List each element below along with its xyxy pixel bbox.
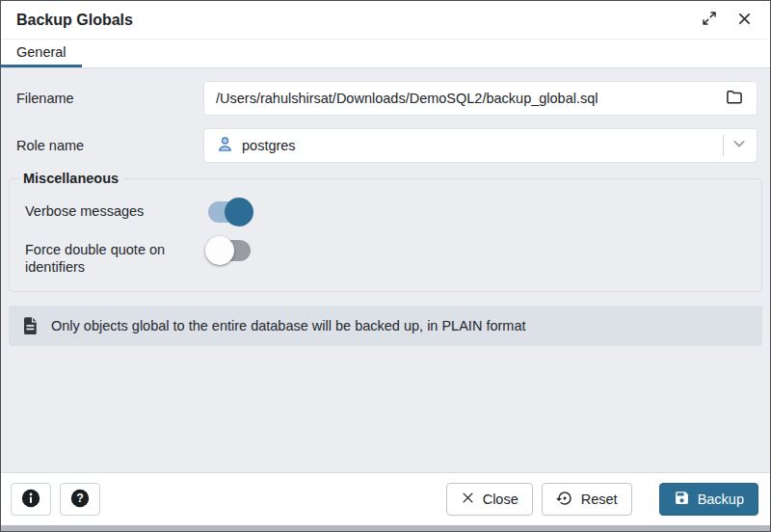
dialog-footer: ? Close Reset bbox=[1, 472, 770, 525]
toggle-knob bbox=[225, 198, 253, 226]
info-note: Only objects global to the entire databa… bbox=[9, 306, 762, 346]
backup-save-icon bbox=[674, 490, 690, 509]
filename-row: Filename bbox=[16, 81, 758, 116]
toggle-knob bbox=[205, 236, 234, 265]
help-icon: ? bbox=[69, 488, 91, 512]
role-label: Role name bbox=[16, 138, 203, 153]
dialog-content: Filename Role name bbox=[1, 68, 770, 472]
tab-general-label: General bbox=[16, 44, 66, 60]
filename-input[interactable] bbox=[206, 91, 720, 106]
force-double-quote-row: Force double quote on identifiers bbox=[25, 236, 754, 276]
close-button[interactable]: Close bbox=[446, 483, 533, 516]
backup-button-label: Backup bbox=[698, 492, 744, 507]
folder-icon bbox=[725, 88, 744, 110]
dialog-bottom-shadow bbox=[1, 525, 770, 531]
footer-action-buttons: Close Reset Backup bbox=[438, 483, 758, 516]
user-icon bbox=[216, 135, 234, 157]
dialog-titlebar: Backup Globals bbox=[1, 1, 770, 40]
force-double-quote-toggle[interactable] bbox=[206, 236, 253, 265]
close-x-icon bbox=[461, 491, 475, 508]
miscellaneous-fieldset: Miscellaneous Verbose messages Force dou… bbox=[9, 171, 762, 292]
close-icon bbox=[737, 12, 752, 29]
select-separator bbox=[723, 135, 724, 156]
dialog-title: Backup Globals bbox=[16, 12, 687, 29]
reset-icon bbox=[556, 490, 573, 510]
svg-text:?: ? bbox=[76, 492, 84, 505]
role-row: Role name postgres bbox=[16, 128, 758, 163]
info-note-text: Only objects global to the entire databa… bbox=[51, 318, 525, 333]
backup-globals-dialog: Backup Globals General Filename bbox=[0, 0, 771, 532]
role-select[interactable]: postgres bbox=[203, 128, 758, 163]
help-button[interactable]: ? bbox=[60, 483, 100, 516]
filename-label: Filename bbox=[16, 91, 203, 106]
tab-general[interactable]: General bbox=[1, 40, 82, 67]
force-double-quote-label: Force double quote on identifiers bbox=[25, 236, 206, 276]
verbose-messages-label: Verbose messages bbox=[25, 198, 206, 220]
chevron-down-icon[interactable] bbox=[730, 134, 749, 157]
object-info-button[interactable] bbox=[11, 483, 51, 516]
dialog-tabbar: General bbox=[1, 40, 770, 68]
verbose-messages-row: Verbose messages bbox=[25, 198, 754, 226]
info-icon bbox=[20, 488, 41, 512]
role-select-value: postgres bbox=[242, 138, 723, 153]
filename-field-wrapper bbox=[203, 81, 758, 116]
verbose-messages-toggle[interactable] bbox=[206, 198, 253, 226]
close-dialog-button[interactable] bbox=[731, 8, 757, 33]
browse-file-button[interactable] bbox=[720, 84, 749, 113]
miscellaneous-legend: Miscellaneous bbox=[19, 171, 122, 186]
reset-button[interactable]: Reset bbox=[542, 483, 632, 516]
close-button-label: Close bbox=[483, 492, 518, 507]
document-icon bbox=[22, 316, 39, 335]
expand-dialog-button[interactable] bbox=[697, 8, 722, 33]
expand-icon bbox=[702, 11, 717, 29]
backup-button[interactable]: Backup bbox=[659, 483, 758, 516]
reset-button-label: Reset bbox=[581, 492, 618, 507]
